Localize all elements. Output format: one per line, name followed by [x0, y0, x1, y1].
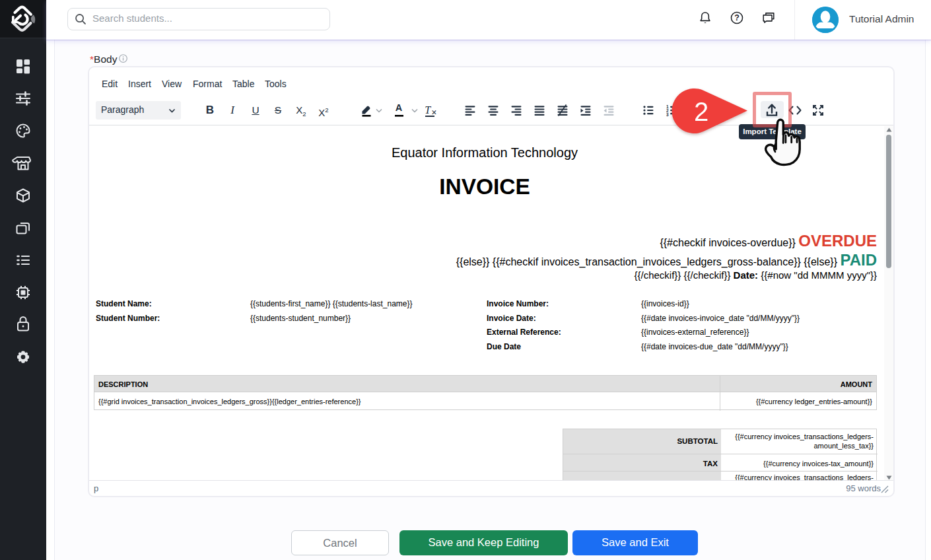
svg-text:?: ? [734, 13, 740, 22]
svg-text:2: 2 [694, 97, 708, 126]
